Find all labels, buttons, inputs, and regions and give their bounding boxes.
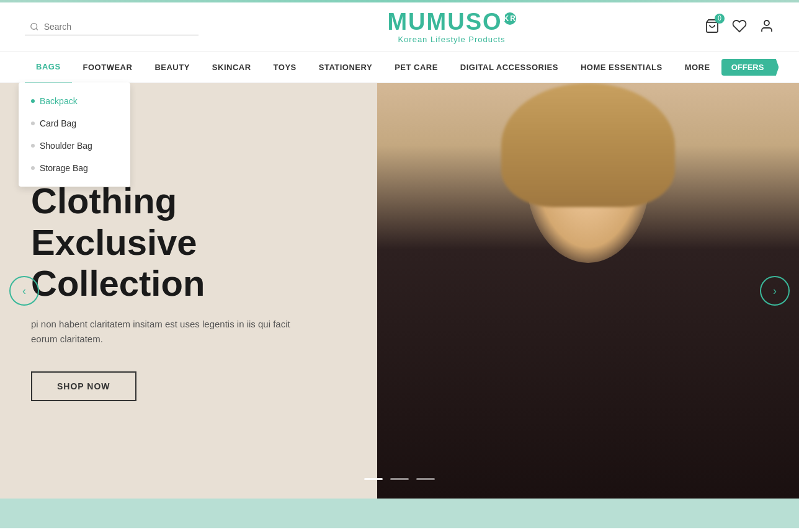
dropdown-item-shoulder-bag[interactable]: Shoulder Bag bbox=[19, 135, 130, 157]
user-button[interactable] bbox=[759, 19, 774, 36]
dropdown-dot-shoulder-bag bbox=[31, 144, 35, 148]
heart-icon bbox=[732, 19, 747, 33]
nav-offers-button[interactable]: OFFERS bbox=[721, 59, 779, 76]
slider-dots bbox=[364, 478, 435, 480]
svg-line-1 bbox=[36, 29, 38, 30]
dropdown-dot-card-bag bbox=[31, 122, 35, 125]
slider-dot-1[interactable] bbox=[364, 478, 383, 480]
dropdown-dot-backpack bbox=[31, 99, 35, 103]
hero-model-image bbox=[377, 83, 799, 499]
hero-next-arrow[interactable]: › bbox=[760, 276, 790, 306]
nav-item-digital-accessories[interactable]: DIGITAL ACCESSORIES bbox=[449, 52, 569, 83]
wishlist-button[interactable] bbox=[732, 19, 747, 36]
nav-item-pet-care[interactable]: PET CARE bbox=[383, 52, 449, 83]
svg-point-0 bbox=[31, 24, 37, 30]
search-input[interactable] bbox=[44, 22, 194, 32]
logo-text: MUMUSOKR bbox=[387, 10, 516, 33]
dropdown-item-backpack[interactable]: Backpack bbox=[19, 90, 130, 112]
logo[interactable]: MUMUSOKR Korean Lifestyle Products bbox=[387, 10, 516, 44]
hero-content: Clothing Exclusive Collection pi non hab… bbox=[31, 180, 292, 401]
slider-dot-2[interactable] bbox=[390, 478, 409, 480]
hero-prev-arrow[interactable]: ‹ bbox=[9, 276, 39, 306]
cart-button[interactable]: 0 bbox=[705, 19, 720, 36]
logo-kr-badge: KR bbox=[504, 12, 516, 25]
search-icon bbox=[30, 22, 39, 32]
nav-item-beauty[interactable]: BEAUTY bbox=[143, 52, 200, 83]
nav-item-toys[interactable]: TOYS bbox=[262, 52, 308, 83]
header: MUMUSOKR Korean Lifestyle Products 0 bbox=[0, 2, 799, 52]
main-nav: BAGS FOOTWEAR BEAUTY SKINCAR TOYS STATIO… bbox=[0, 52, 799, 83]
svg-point-3 bbox=[764, 20, 769, 25]
dropdown-item-card-bag[interactable]: Card Bag bbox=[19, 112, 130, 135]
dropdown-dot-storage-bag bbox=[31, 166, 35, 170]
user-icon bbox=[759, 19, 774, 33]
header-icons: 0 bbox=[705, 19, 774, 36]
dropdown-item-storage-bag[interactable]: Storage Bag bbox=[19, 157, 130, 179]
bottom-strip bbox=[0, 499, 799, 528]
hero-subtitle: pi non habent claritatem insitam est use… bbox=[31, 317, 292, 347]
hero-title: Clothing Exclusive Collection bbox=[31, 180, 292, 304]
cart-badge: 0 bbox=[715, 14, 725, 24]
slider-dot-3[interactable] bbox=[416, 478, 435, 480]
nav-item-skincar[interactable]: SKINCAR bbox=[201, 52, 262, 83]
nav-item-more[interactable]: MORE bbox=[674, 52, 721, 83]
search-container[interactable] bbox=[25, 19, 199, 35]
bags-dropdown: Backpack Card Bag Shoulder Bag Storage B… bbox=[19, 82, 130, 187]
nav-item-footwear[interactable]: FOOTWEAR bbox=[72, 52, 144, 83]
shop-now-button[interactable]: SHOP NOW bbox=[31, 371, 136, 401]
logo-subtitle: Korean Lifestyle Products bbox=[387, 35, 516, 44]
nav-item-bags[interactable]: BAGS bbox=[25, 52, 72, 83]
nav-item-stationery[interactable]: STATIONERY bbox=[308, 52, 383, 83]
nav-item-home-essentials[interactable]: HOME ESSENTIALS bbox=[569, 52, 674, 83]
